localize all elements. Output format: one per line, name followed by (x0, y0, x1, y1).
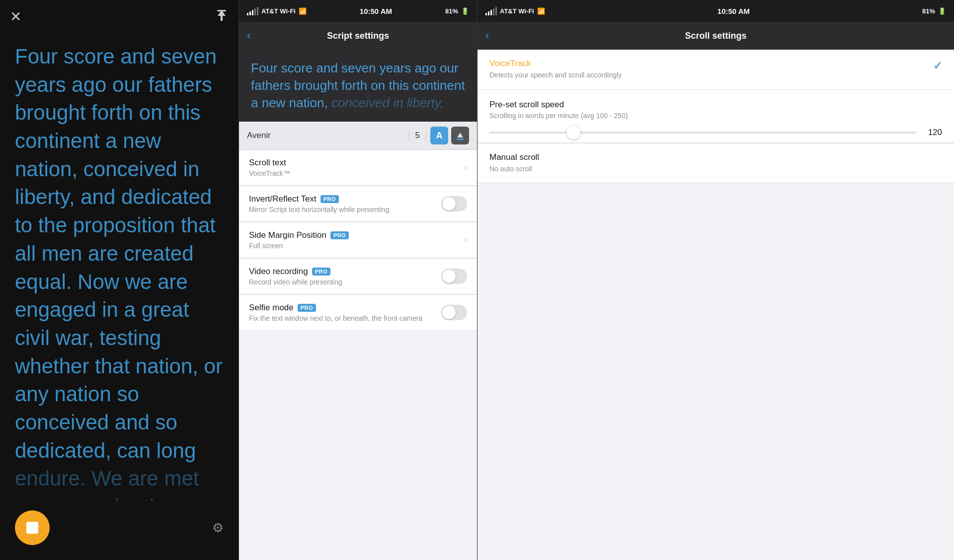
side-margin-title: Side Margin Position PRO (249, 230, 464, 240)
status-bar-left: AT&T Wi-Fi 📶 (247, 7, 307, 15)
gear-icon[interactable]: ⚙ (212, 520, 224, 536)
scroll-back-button[interactable]: ‹ (485, 29, 489, 42)
carrier-label: AT&T Wi-Fi (261, 7, 296, 15)
video-recording-item[interactable]: Video recording PRO Record video while p… (239, 259, 477, 294)
teleprompter-main-text: Four score and seven years ago our fathe… (15, 43, 224, 500)
side-margin-pro-badge: PRO (330, 231, 349, 239)
scroll-settings-list: VoiceTrack Detects your speech and scrol… (477, 50, 954, 560)
status-bar-right: 81% 🔋 (445, 7, 469, 15)
invert-toggle[interactable] (441, 196, 467, 211)
preset-scroll-title: Pre-set scroll speed (489, 100, 942, 110)
wifi-icon: 📶 (299, 7, 307, 15)
preset-scroll-speed-item: Pre-set scroll speed Scrolling in words … (477, 90, 954, 143)
font-a-button[interactable]: A (430, 127, 448, 144)
font-name[interactable]: Avenir (247, 131, 405, 140)
slider-value: 120 (924, 128, 942, 138)
scroll-wifi-icon: 📶 (537, 7, 545, 15)
side-margin-item[interactable]: Side Margin Position PRO Full screen › (239, 222, 477, 258)
battery-icon: 🔋 (461, 7, 469, 15)
manual-scroll-subtitle: No auto scroll (489, 164, 942, 174)
script-preview-text: Four score and seven years ago our fathe… (251, 60, 465, 112)
side-margin-value: Full screen (249, 242, 464, 250)
chevron-right-icon: › (464, 162, 467, 173)
selfie-toggle-knob (442, 306, 456, 319)
font-size[interactable]: 5 (409, 131, 426, 140)
back-button[interactable]: ‹ (247, 29, 250, 42)
video-toggle-knob (442, 270, 456, 283)
selfie-pro-badge: PRO (298, 304, 316, 312)
video-recording-info: Video recording PRO Record video while p… (249, 267, 441, 286)
preset-scroll-subtitle: Scrolling in words per minute (avg 100 -… (489, 112, 942, 120)
scroll-carrier-label: AT&T Wi-Fi (500, 7, 534, 15)
script-settings-nav-bar: ‹ Script settings (239, 22, 477, 50)
scroll-settings-nav-bar: ‹ Scroll settings (477, 22, 954, 50)
scroll-text-item[interactable]: Scroll text VoiceTrack™ › (239, 150, 477, 186)
scroll-text-info: Scroll text VoiceTrack™ (249, 158, 464, 177)
scroll-text-title: Scroll text (249, 158, 464, 168)
font-fill-button[interactable] (451, 127, 469, 144)
svg-marker-0 (218, 10, 226, 21)
script-settings-list: Scroll text VoiceTrack™ › Invert/Reflect… (239, 150, 477, 560)
stop-button[interactable] (15, 510, 50, 545)
script-settings-panel: AT&T Wi-Fi 📶 10:50 AM 81% 🔋 ‹ Script set… (238, 0, 477, 560)
invert-reflect-info: Invert/Reflect Text PRO Mirror Script te… (249, 194, 441, 213)
voicetrack-info: VoiceTrack Detects your speech and scrol… (489, 59, 933, 80)
scroll-status-right: 81% 🔋 (922, 7, 946, 15)
video-pro-badge: PRO (312, 268, 330, 276)
slider-track[interactable] (489, 132, 916, 134)
checkmark-icon: ✓ (933, 60, 942, 72)
signal-bars (247, 7, 258, 15)
close-icon[interactable]: ✕ (10, 8, 21, 25)
video-recording-title: Video recording PRO (249, 267, 441, 277)
chevron-right-icon-2: › (464, 235, 467, 245)
font-toolbar: Avenir 5 A (239, 122, 477, 150)
scroll-status-left: AT&T Wi-Fi 📶 (485, 7, 545, 15)
battery-label: 81% (445, 7, 458, 15)
slider-thumb[interactable] (566, 126, 580, 140)
scroll-text-value: VoiceTrack™ (249, 169, 464, 177)
invert-toggle-knob (442, 197, 456, 210)
script-preview: Four score and seven years ago our fathe… (239, 50, 477, 122)
selfie-mode-subtitle: Fix the text window next to, or beneath,… (249, 314, 441, 322)
invert-reflect-title: Invert/Reflect Text PRO (249, 194, 441, 204)
scroll-battery-label: 81% (922, 7, 935, 15)
video-toggle[interactable] (441, 269, 467, 284)
selfie-toggle[interactable] (441, 305, 467, 320)
upload-icon[interactable] (215, 8, 229, 25)
teleprompter-panel: ✕ Four score and seven years ago our fat… (0, 0, 238, 560)
invert-pro-badge: PRO (320, 195, 339, 203)
status-time: 10:50 AM (360, 7, 392, 15)
svg-rect-2 (457, 139, 464, 140)
stop-icon (26, 522, 38, 534)
slider-fill (489, 132, 575, 134)
scroll-signal-bars (485, 7, 497, 15)
selfie-mode-title: Selfie mode PRO (249, 303, 441, 313)
status-bar: AT&T Wi-Fi 📶 10:50 AM 81% 🔋 (239, 0, 477, 22)
svg-rect-1 (217, 10, 226, 11)
scroll-battery-icon: 🔋 (938, 7, 946, 15)
script-settings-title: Script settings (327, 31, 389, 41)
voicetrack-item[interactable]: VoiceTrack Detects your speech and scrol… (477, 50, 954, 90)
slider-row: 120 (489, 128, 942, 138)
selfie-mode-item[interactable]: Selfie mode PRO Fix the text window next… (239, 295, 477, 331)
manual-scroll-info: Manual scroll No auto scroll (489, 152, 942, 174)
invert-reflect-item[interactable]: Invert/Reflect Text PRO Mirror Script te… (239, 186, 477, 222)
voicetrack-title: VoiceTrack (489, 59, 933, 69)
teleprompter-text-area: Four score and seven years ago our fathe… (0, 33, 238, 500)
teleprompter-top-bar: ✕ (0, 0, 238, 33)
scroll-status-time: 10:50 AM (717, 7, 750, 15)
manual-scroll-title: Manual scroll (489, 152, 942, 162)
invert-reflect-subtitle: Mirror Script text horizontally while pr… (249, 206, 441, 213)
scroll-settings-panel: AT&T Wi-Fi 📶 10:50 AM 81% 🔋 ‹ Scroll set… (477, 0, 954, 560)
scroll-status-bar: AT&T Wi-Fi 📶 10:50 AM 81% 🔋 (477, 0, 954, 22)
scroll-settings-title: Scroll settings (685, 31, 746, 41)
video-recording-subtitle: Record video while presenting (249, 278, 441, 286)
side-margin-info: Side Margin Position PRO Full screen (249, 230, 464, 250)
manual-scroll-item[interactable]: Manual scroll No auto scroll (477, 143, 954, 184)
teleprompter-bottom-bar: ⚙ (0, 500, 238, 560)
voicetrack-subtitle: Detects your speech and scroll according… (489, 70, 933, 80)
selfie-mode-info: Selfie mode PRO Fix the text window next… (249, 303, 441, 322)
